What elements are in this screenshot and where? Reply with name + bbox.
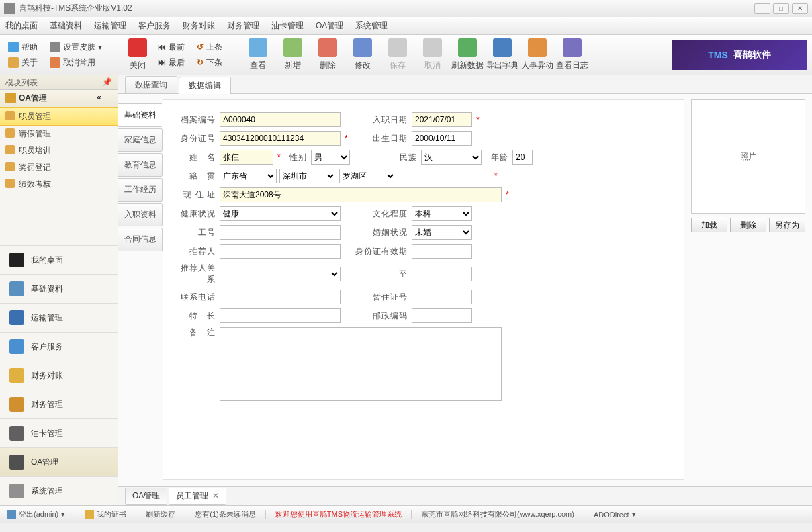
skin-button[interactable]: 设置皮肤 ▾ — [47, 40, 105, 54]
select-refrel[interactable] — [220, 267, 341, 281]
refresh-tool[interactable]: 刷新数据 — [450, 38, 485, 71]
nav-basic[interactable]: 基础资料 — [0, 274, 118, 303]
add-tool[interactable]: 新增 — [275, 38, 310, 71]
nav-finance[interactable]: 财务管理 — [0, 390, 118, 418]
sidebar-item-reward[interactable]: 奖罚登记 — [0, 159, 118, 176]
status-ado[interactable]: ADODirect ▾ — [594, 510, 636, 519]
photo-delete-button[interactable]: 删除 — [730, 218, 766, 232]
status-login[interactable]: 登出(admin) ▾ — [7, 509, 65, 519]
refresh-icon — [458, 38, 477, 57]
subtab-entry[interactable]: 入职资料 — [118, 203, 163, 226]
sidebar-category-oa[interactable]: OA管理« — [0, 90, 118, 107]
help-button[interactable]: 帮助 — [5, 40, 40, 54]
cancel-common-button[interactable]: 取消常用 — [47, 56, 105, 70]
input-remark[interactable] — [220, 327, 502, 401]
next-button[interactable]: ↻ 下条 — [194, 56, 225, 70]
first-button[interactable]: ⏮ 最前 — [155, 40, 187, 54]
sidebar-item-performance[interactable]: 绩效考核 — [0, 176, 118, 193]
input-id-no[interactable] — [220, 131, 341, 146]
menu-system[interactable]: 系统管理 — [355, 20, 388, 32]
input-idvalid[interactable] — [412, 244, 472, 259]
label-empno: 工号 — [173, 227, 216, 238]
close-button[interactable]: ✕ — [792, 3, 808, 14]
sidebar-item-employee[interactable]: 职员管理 — [0, 107, 118, 126]
close-tool[interactable]: 关闭 — [120, 38, 155, 71]
view-tool[interactable]: 查看 — [240, 38, 275, 71]
tab-edit[interactable]: 数据编辑 — [179, 77, 231, 94]
nav-customer[interactable]: 客户服务 — [0, 332, 118, 361]
select-edu[interactable]: 本科 — [412, 206, 472, 221]
select-sex[interactable]: 男 — [311, 150, 350, 165]
status-unread[interactable]: 您有(1)条未读消息 — [195, 509, 255, 519]
menu-oa[interactable]: OA管理 — [316, 20, 343, 32]
nav-system[interactable]: 系统管理 — [0, 476, 118, 505]
input-name[interactable] — [220, 150, 273, 165]
select-city[interactable]: 深圳市 — [279, 169, 336, 183]
menu-finance-check[interactable]: 财务对账 — [183, 20, 215, 32]
log-tool[interactable]: 查看日志 — [555, 38, 590, 71]
photo-saveas-button[interactable]: 另存为 — [769, 218, 805, 232]
ctab-employee[interactable]: 员工管理✕ — [169, 488, 226, 505]
subtab-family[interactable]: 家庭信息 — [118, 128, 163, 152]
input-idvalid-to[interactable] — [412, 267, 472, 281]
status-refresh[interactable]: 刷新缓存 — [146, 509, 175, 519]
user-icon — [9, 339, 24, 354]
prev-button[interactable]: ↺ 上条 — [194, 40, 225, 54]
about-button[interactable]: 关于 — [5, 56, 40, 70]
delete-tool[interactable]: 删除 — [310, 38, 345, 71]
subtab-education[interactable]: 教育信息 — [118, 153, 163, 177]
menu-transport[interactable]: 运输管理 — [94, 20, 126, 32]
status-cert[interactable]: 我的证书 — [85, 509, 126, 519]
menu-fuelcard[interactable]: 油卡管理 — [271, 20, 304, 32]
photo-load-button[interactable]: 加载 — [691, 218, 727, 232]
transfer-icon — [528, 38, 547, 57]
brand-name: 喜鹊软件 — [733, 49, 771, 61]
input-referrer[interactable] — [220, 244, 341, 259]
label-phone: 联系电话 — [173, 292, 216, 303]
nav-finance-check[interactable]: 财务对账 — [0, 361, 118, 390]
tab-query[interactable]: 数据查询 — [125, 76, 177, 93]
menu-basic[interactable]: 基础资料 — [50, 20, 82, 32]
transfer-tool[interactable]: 人事异动 — [520, 38, 555, 71]
subtab-contract[interactable]: 合同信息 — [118, 228, 163, 251]
photo-box: 照片 — [691, 99, 805, 214]
input-phone[interactable] — [220, 290, 341, 304]
ctab-oa[interactable]: OA管理 — [125, 488, 167, 505]
select-nation[interactable]: 汉 — [421, 150, 482, 165]
menu-customer[interactable]: 客户服务 — [138, 20, 171, 32]
menu-finance[interactable]: 财务管理 — [227, 20, 259, 32]
input-skill[interactable] — [220, 308, 341, 323]
sidebar-item-leave[interactable]: 请假管理 — [0, 126, 118, 142]
sidebar-item-training[interactable]: 职员培训 — [0, 142, 118, 159]
select-health[interactable]: 健康 — [220, 206, 341, 221]
input-zip[interactable] — [412, 308, 472, 323]
input-address[interactable] — [220, 187, 502, 202]
input-file-no[interactable] — [220, 112, 341, 127]
input-age[interactable] — [512, 150, 533, 165]
nav-desktop[interactable]: 我的桌面 — [0, 245, 118, 274]
edit-tool[interactable]: 修改 — [345, 38, 380, 71]
last-button[interactable]: ⏭ 最后 — [155, 56, 187, 70]
minimize-button[interactable]: — — [754, 3, 770, 14]
select-district[interactable]: 罗湖区 — [339, 169, 396, 183]
nav-oa[interactable]: OA管理 — [0, 447, 118, 476]
label-address: 现 住 址 — [173, 189, 216, 201]
input-birthdate[interactable] — [412, 131, 472, 146]
input-hiredate[interactable] — [412, 112, 472, 127]
close-tab-icon[interactable]: ✕ — [212, 491, 219, 500]
maximize-button[interactable]: □ — [773, 3, 789, 14]
nav-transport[interactable]: 运输管理 — [0, 303, 118, 332]
export-tool[interactable]: 导出字典 — [485, 38, 520, 71]
input-tempid[interactable] — [412, 290, 472, 304]
window-title: 喜鹊科技-TMS系统企业版V1.02 — [19, 3, 754, 14]
input-empno[interactable] — [220, 225, 341, 240]
doc-icon — [9, 281, 24, 296]
menu-desktop[interactable]: 我的桌面 — [5, 20, 38, 32]
sidebar: 模块列表📌 OA管理« 职员管理 请假管理 职员培训 奖罚登记 绩效考核 我的桌… — [0, 75, 118, 505]
select-marriage[interactable]: 未婚 — [412, 225, 472, 240]
nav-fuelcard[interactable]: 油卡管理 — [0, 418, 118, 447]
subtab-basic[interactable]: 基础资料 — [118, 103, 163, 127]
select-province[interactable]: 广东省 — [220, 169, 277, 183]
pin-icon[interactable]: 📌 — [102, 77, 112, 87]
subtab-work[interactable]: 工作经历 — [118, 178, 163, 202]
